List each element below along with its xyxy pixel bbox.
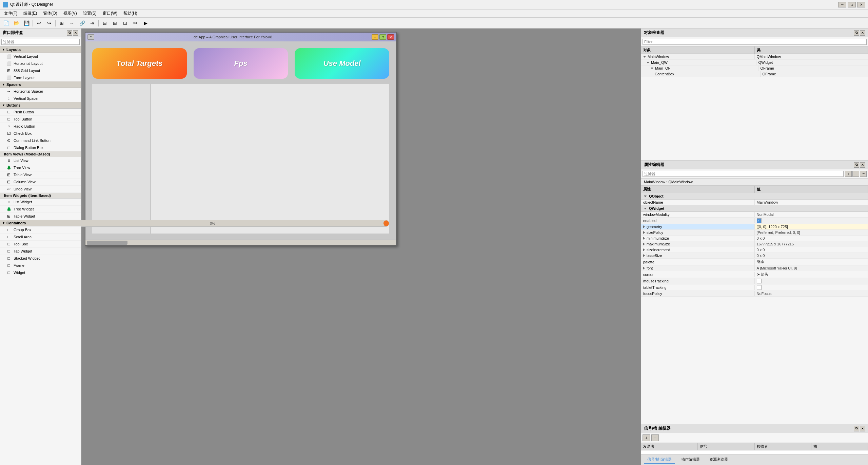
dw-close-btn[interactable]: ✕ xyxy=(387,34,394,40)
oi-filter-input[interactable] xyxy=(643,39,867,45)
pe-row-enabled[interactable]: enabled xyxy=(641,218,868,224)
widget-tool-button[interactable]: □ Tool Button xyxy=(0,116,81,123)
menu-help[interactable]: 帮助(H) xyxy=(121,10,140,17)
widget-stacked-widget[interactable]: □ Stacked Widget xyxy=(0,255,81,262)
widget-undo-view[interactable]: ↩ Undo View xyxy=(0,186,81,193)
font-expand-icon[interactable] xyxy=(643,267,645,269)
sizeincrement-expand-icon[interactable] xyxy=(643,248,645,251)
menu-settings[interactable]: 设置(S) xyxy=(80,10,99,17)
mainwindow-expand-icon[interactable] xyxy=(643,56,646,58)
widget-v-spacer[interactable]: ↕ Vertical Spacer xyxy=(0,95,81,102)
widget-group-box[interactable]: □ Group Box xyxy=(0,226,81,234)
pe-remove-btn[interactable]: − xyxy=(852,171,859,177)
enabled-checkbox[interactable] xyxy=(757,218,762,223)
layout-h-btn[interactable]: ⊟ xyxy=(100,19,110,27)
dw-maximize-btn[interactable]: □ xyxy=(379,34,386,40)
menu-window[interactable]: 窗口(W) xyxy=(100,10,120,17)
pe-group-qwidget[interactable]: QWidget xyxy=(641,205,868,212)
signal-mode-btn[interactable]: ↔ xyxy=(67,19,77,27)
pe-filter-input[interactable] xyxy=(643,171,844,177)
widget-scroll-area[interactable]: □ Scroll Area xyxy=(0,234,81,241)
widget-frame[interactable]: □ Frame xyxy=(0,262,81,269)
widget-table-view[interactable]: ⊞ Table View xyxy=(0,171,81,179)
layout-grid-btn[interactable]: ⊡ xyxy=(120,19,130,27)
menu-edit[interactable]: 编辑(E) xyxy=(21,10,40,17)
basesize-expand-icon[interactable] xyxy=(643,254,645,257)
widget-tree-widget[interactable]: 🌲 Tree Widget xyxy=(0,206,81,213)
pe-row-objectname[interactable]: objectName MainWindow xyxy=(641,200,868,205)
new-btn[interactable]: 📄 xyxy=(1,19,11,27)
maximumsize-expand-icon[interactable] xyxy=(643,243,645,245)
pe-row-basesize[interactable]: baseSize 0 x 0 xyxy=(641,253,868,259)
buddy-mode-btn[interactable]: 🔗 xyxy=(77,19,87,27)
widget-table-widget[interactable]: ⊞ Table Widget xyxy=(0,213,81,220)
wbh-float-btn[interactable]: ⧉ xyxy=(67,30,72,36)
pe-val-sizeincrement[interactable]: 0 x 0 xyxy=(755,247,868,253)
pe-row-focuspolicy[interactable]: focusPolicy NoFocus xyxy=(641,291,868,297)
widget-check-box[interactable]: ☑ Check Box xyxy=(0,130,81,137)
oi-close-btn[interactable]: ✕ xyxy=(860,30,865,36)
widget-list-widget[interactable]: ≡ List Widget xyxy=(0,199,81,206)
tab-resource-browser[interactable]: 资源浏览器 xyxy=(706,456,731,464)
subgroup-item-views[interactable]: Item Views (Model-Based) xyxy=(0,151,81,157)
ss-remove-btn[interactable]: − xyxy=(651,434,659,441)
pe-add-btn[interactable]: + xyxy=(845,171,852,177)
category-buttons[interactable]: ▼ Buttons xyxy=(0,102,81,109)
open-btn[interactable]: 📂 xyxy=(12,19,21,27)
subgroup-item-widgets[interactable]: Item Widgets (Item-Based) xyxy=(0,193,81,199)
pe-row-minimumsize[interactable]: minimumSize 0 x 0 xyxy=(641,236,868,241)
pe-close-btn[interactable]: ✕ xyxy=(860,162,865,168)
pe-row-windowmodality[interactable]: windowModality NonModal xyxy=(641,212,868,218)
widget-radio-button[interactable]: ○ Radio Button xyxy=(0,123,81,130)
pe-row-geometry[interactable]: geometry [(0, 0), 1220 x 725] xyxy=(641,224,868,230)
minimize-btn[interactable]: ─ xyxy=(838,2,846,7)
undo-btn[interactable]: ↩ xyxy=(34,19,44,27)
title-bar-controls[interactable]: ─ □ ✕ xyxy=(838,2,865,7)
dw-menu-btn[interactable]: ≡ xyxy=(87,34,94,40)
mousetracking-checkbox[interactable] xyxy=(757,279,762,283)
minimumsize-expand-icon[interactable] xyxy=(643,237,645,240)
pe-val-geometry[interactable]: [(0, 0), 1220 x 725] xyxy=(755,224,868,229)
oi-float-btn[interactable]: ⧉ xyxy=(854,30,859,36)
main-qf-expand-icon[interactable] xyxy=(651,68,653,69)
pe-more-btn[interactable]: ⋯ xyxy=(860,171,867,177)
widget-horizontal-layout[interactable]: ⬜ Horizontal Layout xyxy=(0,60,81,67)
category-layouts[interactable]: ▼ Layouts xyxy=(0,46,81,53)
widget-grid-layout[interactable]: ⊞ 888 Grid Layout xyxy=(0,67,81,74)
pe-val-windowmodality[interactable]: NonModal xyxy=(755,212,868,217)
widget-tool-box[interactable]: □ Tool Box xyxy=(0,241,81,248)
scrollbar-thumb[interactable] xyxy=(87,241,127,245)
widget-widget[interactable]: □ Widget xyxy=(0,269,81,276)
pe-val-objectname[interactable]: MainWindow xyxy=(755,200,868,205)
widget-mode-btn[interactable]: ⊞ xyxy=(57,19,66,27)
dw-minimize-btn[interactable]: ─ xyxy=(372,34,378,40)
menu-view[interactable]: 视图(V) xyxy=(61,10,80,17)
widget-tab-widget[interactable]: □ Tab Widget xyxy=(0,248,81,255)
category-containers[interactable]: ▼ Containers xyxy=(0,220,81,226)
pe-group-qobject[interactable]: QObject xyxy=(641,193,868,200)
pe-val-basesize[interactable]: 0 x 0 xyxy=(755,253,868,258)
menu-file[interactable]: 文件(F) xyxy=(1,10,20,17)
close-btn[interactable]: ✕ xyxy=(857,2,865,7)
horizontal-scrollbar[interactable] xyxy=(85,240,396,245)
widget-filter-input[interactable] xyxy=(1,39,80,45)
tab-signal-slot[interactable]: 信号/槽 编辑器 xyxy=(644,456,675,464)
pe-row-cursor[interactable]: cursor ➤ 箭头 xyxy=(641,271,868,278)
break-layout-btn[interactable]: ✂ xyxy=(131,19,140,27)
pe-row-mousetracking[interactable]: mouseTracking xyxy=(641,278,868,284)
pe-row-font[interactable]: font A [Microsoft YaHei UI, 9] xyxy=(641,265,868,271)
wbh-close-btn[interactable]: ✕ xyxy=(73,30,78,36)
tab-mode-btn[interactable]: ⇥ xyxy=(87,19,97,27)
ss-add-btn[interactable]: + xyxy=(643,434,650,441)
tablettracking-checkbox[interactable] xyxy=(757,285,762,290)
menu-form[interactable]: 窗体(O) xyxy=(40,10,60,17)
preview-btn[interactable]: ▶ xyxy=(141,19,150,27)
ss-float-btn[interactable]: ⧉ xyxy=(854,426,859,431)
widget-form-layout[interactable]: ⬜ Form Layout xyxy=(0,74,81,81)
pe-val-palette[interactable]: 继承 xyxy=(755,259,868,265)
pe-val-sizepolicy[interactable]: [Preferred, Preferred, 0, 0] xyxy=(755,230,868,235)
layout-v-btn[interactable]: ⊞ xyxy=(110,19,120,27)
pe-float-btn[interactable]: ⧉ xyxy=(854,162,859,168)
pe-val-focuspolicy[interactable]: NoFocus xyxy=(755,291,868,296)
pe-row-sizeincrement[interactable]: sizeIncrement 0 x 0 xyxy=(641,247,868,253)
